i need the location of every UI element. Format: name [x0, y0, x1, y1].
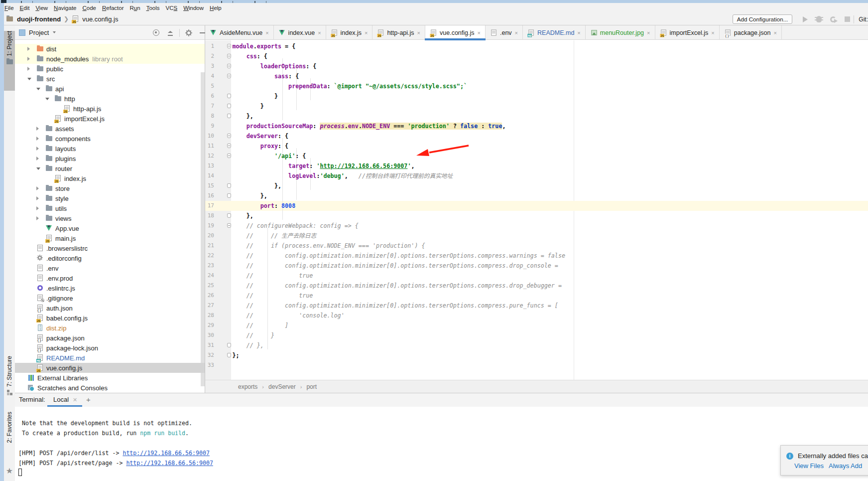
menu-refactor[interactable]: Refactor [99, 3, 126, 13]
editor-tab--env[interactable]: .env× [486, 25, 523, 40]
tree-item-assets[interactable]: assets [15, 124, 205, 134]
close-tab-icon[interactable]: × [773, 30, 776, 36]
chevron-collapsed-icon[interactable] [36, 186, 39, 190]
close-tab-icon[interactable]: × [515, 30, 518, 36]
chevron-collapsed-icon[interactable] [27, 67, 30, 71]
tree-item-babel-config-js[interactable]: JSbabel.config.js [15, 313, 205, 323]
tree-item--env[interactable]: .env [15, 263, 205, 273]
close-tab-icon[interactable]: × [365, 30, 368, 36]
tree-item-http[interactable]: http [15, 94, 205, 104]
chevron-expanded-icon[interactable] [45, 98, 49, 100]
fold-marker-icon[interactable] [227, 64, 231, 68]
menu-help[interactable]: Help [207, 3, 225, 13]
chevron-collapsed-icon[interactable] [27, 47, 30, 51]
tree-item-plugins[interactable]: plugins [15, 154, 205, 163]
tree-item--editorconfig[interactable]: .editorconfig [15, 253, 205, 263]
tree-item-router[interactable]: router [15, 163, 205, 173]
close-tab-icon[interactable]: × [647, 30, 650, 36]
hide-panel-icon[interactable] [200, 32, 205, 33]
close-tab-icon[interactable]: × [577, 30, 580, 36]
view-files-link[interactable]: View Files [794, 462, 824, 470]
fold-marker-icon[interactable] [227, 114, 231, 118]
tree-item-store[interactable]: store [15, 183, 205, 193]
close-tab-icon[interactable]: × [318, 30, 321, 36]
fold-marker-icon[interactable] [227, 54, 231, 58]
fold-marker-icon[interactable] [227, 74, 231, 78]
menu-edit[interactable]: Edit [17, 3, 33, 13]
terminal-tab-local[interactable]: Local✕ [47, 393, 82, 407]
locate-icon[interactable] [153, 29, 159, 36]
close-tab-icon[interactable]: × [478, 30, 481, 36]
menu-vcs[interactable]: VCS [162, 3, 180, 13]
tree-item-node-modules[interactable]: node_moduleslibrary root [15, 54, 205, 64]
tree-item-package-json[interactable]: {}package.json [15, 333, 205, 343]
tree-item-layouts[interactable]: layouts [15, 144, 205, 154]
fold-marker-icon[interactable] [227, 223, 231, 228]
tree-item-index-js[interactable]: JSindex.js [15, 173, 205, 183]
chevron-collapsed-icon[interactable] [36, 196, 39, 200]
fold-marker-icon[interactable] [227, 94, 231, 98]
tree-item-views[interactable]: views [15, 213, 205, 223]
close-icon[interactable]: ✕ [73, 397, 77, 403]
breadcrumb-project[interactable]: duoji-frontend [17, 15, 61, 23]
favorites-star-icon[interactable]: ★ [4, 467, 15, 477]
tree-item-components[interactable]: components [15, 134, 205, 144]
tree-item--eslintrc-js[interactable]: .eslintrc.js [15, 283, 205, 293]
project-panel-title[interactable]: Project [29, 29, 49, 36]
breadcrumb-file[interactable]: vue.config.js [82, 15, 118, 23]
editor-tab-vue-config-js[interactable]: JSvue.config.js× [425, 25, 486, 40]
fold-marker-icon[interactable] [227, 144, 231, 148]
collapse-all-icon[interactable] [167, 30, 173, 36]
add-configuration-button[interactable]: Add Configuration... [733, 14, 792, 24]
menu-run[interactable]: Run [127, 3, 143, 13]
tree-item-auth-json[interactable]: {}auth.json [15, 303, 205, 313]
menu-code[interactable]: Code [80, 3, 100, 13]
tree-item-public[interactable]: public [15, 64, 205, 74]
editor-tab-asidemenu-vue[interactable]: AsideMenu.vue× [205, 25, 274, 40]
tree-item-dist-zip[interactable]: dist.zip [15, 323, 205, 333]
run-icon[interactable] [803, 16, 808, 22]
chevron-collapsed-icon[interactable] [36, 216, 39, 220]
tree-item-package-lock-json[interactable]: {}package-lock.json [15, 343, 205, 353]
fold-marker-icon[interactable] [227, 134, 231, 138]
editor-tab-package-json[interactable]: {}package.json× [720, 25, 782, 40]
editor-tab-http-api-js[interactable]: JShttp-api.js× [372, 25, 425, 40]
always-add-link[interactable]: Always Add [829, 462, 862, 470]
fold-marker-icon[interactable] [227, 154, 231, 158]
tree-item--gitignore[interactable]: .gitignore [15, 293, 205, 303]
chevron-collapsed-icon[interactable] [36, 206, 39, 210]
tree-item-external-libraries[interactable]: External Libraries [15, 373, 205, 383]
tree-item-readme-md[interactable]: MDREADME.md [15, 353, 205, 363]
editor-tab-readme-md[interactable]: MDREADME.md× [523, 25, 586, 40]
tree-item-main-js[interactable]: JSmain.js [15, 233, 205, 243]
menu-view[interactable]: View [32, 3, 51, 13]
chevron-expanded-icon[interactable] [36, 88, 40, 90]
chevron-collapsed-icon[interactable] [36, 147, 39, 151]
chevron-expanded-icon[interactable] [27, 78, 31, 80]
fold-marker-icon[interactable] [227, 104, 231, 108]
editor-breadcrumb-port[interactable]: port [306, 383, 317, 390]
tool-button-structure[interactable]: 7: Structure [4, 356, 15, 406]
fold-marker-icon[interactable] [227, 353, 231, 357]
debug-icon[interactable] [816, 16, 822, 22]
fold-marker-icon[interactable] [227, 193, 231, 198]
code-editor[interactable]: 1module.exports = {2 css: {3 loaderOptio… [205, 40, 868, 380]
stop-icon[interactable] [845, 16, 850, 22]
new-terminal-icon[interactable]: + [86, 395, 91, 404]
tool-button-favorites[interactable]: 2: Favorites [4, 412, 15, 458]
chevron-expanded-icon[interactable] [36, 167, 40, 170]
tree-item-http-api-js[interactable]: JShttp-api.js [15, 104, 205, 114]
fold-marker-icon[interactable] [227, 343, 231, 347]
tree-item-app-vue[interactable]: App.vue [15, 223, 205, 233]
tree-item--browserslistrc[interactable]: .browserslistrc [15, 243, 205, 253]
editor-tab-menurouter-jpg[interactable]: menuRouter.jpg× [586, 25, 655, 40]
tree-item-scratches-and-consoles[interactable]: Scratches and Consoles [15, 383, 205, 393]
editor-breadcrumb-devServer[interactable]: devServer [268, 383, 296, 390]
close-tab-icon[interactable]: × [265, 30, 268, 36]
chevron-collapsed-icon[interactable] [36, 127, 39, 131]
chevron-collapsed-icon[interactable] [27, 57, 30, 61]
coverage-icon[interactable] [830, 16, 836, 22]
tree-item-importexcel-js[interactable]: JSimportExcel.js [15, 114, 205, 124]
close-tab-icon[interactable]: × [417, 30, 420, 36]
terminal-output[interactable]: Note that the development build is not o… [15, 407, 868, 481]
